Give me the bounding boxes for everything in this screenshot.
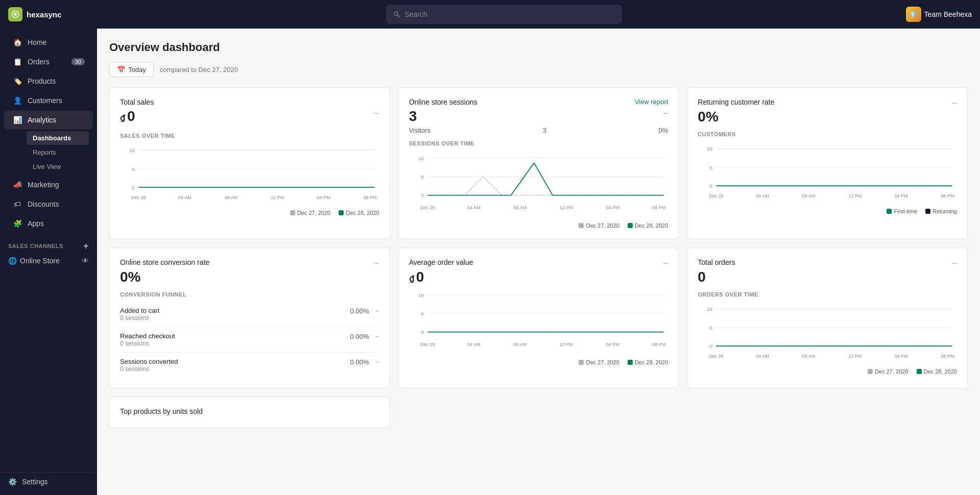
- sessions-chart-label: SESSIONS OVER TIME: [409, 140, 668, 146]
- discounts-icon: 🏷: [12, 199, 22, 209]
- total-orders-card: Total orders − 0 ORDERS OVER TIME 10 5 0: [687, 247, 968, 388]
- sidebar-item-discounts[interactable]: 🏷 Discounts: [4, 195, 93, 213]
- sidebar-item-analytics[interactable]: 📊 Analytics: [4, 111, 93, 129]
- svg-text:12 PM: 12 PM: [560, 342, 573, 347]
- search-input[interactable]: [404, 10, 615, 18]
- svg-text:5: 5: [710, 165, 713, 170]
- svg-text:04 AM: 04 AM: [467, 205, 481, 210]
- svg-text:12 PM: 12 PM: [848, 354, 862, 359]
- funnel-cart-pct: 0.00%: [350, 307, 369, 315]
- online-store-row: 🌐 Online Store 👁: [0, 253, 97, 269]
- funnel-cart-dash: −: [375, 307, 379, 315]
- svg-text:08 PM: 08 PM: [652, 205, 665, 210]
- reports-label: Reports: [33, 148, 56, 156]
- sessions-legend-dec28: Dec 28, 2020: [628, 222, 668, 229]
- total-sales-value: ₫ 0: [120, 108, 135, 125]
- funnel-converted-right: 0.00% −: [350, 358, 379, 366]
- returning-legend: First-time Returning: [698, 208, 957, 214]
- total-orders-value: 0: [698, 269, 957, 285]
- sidebar-item-customers[interactable]: 👤 Customers: [4, 91, 93, 110]
- online-store-eye-icon[interactable]: 👁: [82, 257, 89, 265]
- total-sales-svg: 10 5 0 Dec 28 04 AM 08 AM 12 PM 04 PM 0: [120, 143, 379, 204]
- sidebar-item-reports[interactable]: Reports: [27, 145, 89, 159]
- sidebar-item-orders[interactable]: 📋 Orders 30: [4, 53, 93, 71]
- today-button[interactable]: 📅 Today: [109, 62, 154, 77]
- sales-channels-section: SALES CHANNELS +: [0, 233, 97, 253]
- svg-text:10: 10: [129, 147, 135, 153]
- svg-text:0: 0: [710, 183, 713, 189]
- total-sales-minus: −: [374, 108, 379, 119]
- sidebar-item-apps[interactable]: 🧩 Apps: [4, 214, 93, 233]
- svg-text:5: 5: [710, 325, 713, 331]
- svg-text:10: 10: [418, 156, 424, 161]
- online-store-item[interactable]: 🌐 Online Store: [8, 257, 78, 265]
- analytics-icon: 📊: [12, 115, 22, 125]
- add-channel-button[interactable]: +: [83, 241, 89, 251]
- team-badge: 🛡️ Team Beehexa: [906, 7, 972, 22]
- sales-channels-label: SALES CHANNELS: [8, 243, 63, 249]
- returning-svg: 10 5 0 Dec 28 04 AM 08 AM 12 PM 04 PM 08…: [698, 141, 957, 203]
- funnel-converted-sub: 0 sessions: [120, 365, 178, 373]
- avg-order-card: Average order value − ₫ 0 10 5 0: [398, 247, 679, 388]
- total-sales-title: Total sales: [120, 98, 154, 106]
- sidebar-label-analytics: Analytics: [28, 116, 56, 124]
- total-sales-currency: ₫: [120, 113, 125, 123]
- sidebar-item-settings[interactable]: ⚙️ Settings: [0, 473, 97, 491]
- svg-text:04 PM: 04 PM: [895, 354, 908, 359]
- avg-order-header: Average order value −: [409, 258, 668, 269]
- total-sales-value-row: ₫ 0 −: [120, 108, 379, 127]
- sessions-chart: 10 5 0 Dec 28 04 AM 08 AM 12 PM 04 PM 08…: [409, 151, 668, 229]
- sessions-legend-dec27: Dec 27, 2020: [579, 222, 619, 229]
- total-orders-chart: 10 5 0 Dec 28 04 AM 08 AM 12 PM 04 PM 08…: [698, 302, 957, 375]
- orders-badge: 30: [71, 58, 85, 65]
- sidebar-item-products[interactable]: 🏷️ Products: [4, 72, 93, 90]
- svg-text:0: 0: [132, 185, 135, 190]
- total-orders-title: Total orders: [698, 258, 735, 266]
- svg-text:5: 5: [132, 166, 135, 172]
- online-store-icon: 🌐: [8, 257, 17, 265]
- sidebar-item-marketing[interactable]: 📣 Marketing: [4, 176, 93, 194]
- sessions-title: Online store sessions: [409, 98, 477, 106]
- sessions-header: Online store sessions View report: [409, 98, 668, 108]
- avg-order-title: Average order value: [409, 258, 473, 266]
- funnel-label: CONVERSION FUNNEL: [120, 291, 379, 298]
- svg-point-0: [14, 13, 16, 15]
- sessions-card: Online store sessions View report 3 − Vi…: [398, 87, 679, 239]
- svg-text:10: 10: [707, 306, 713, 312]
- returning-rate-card: Returning customer rate − 0% CUSTOMERS 1…: [687, 87, 968, 239]
- returning-title: Returning customer rate: [698, 98, 774, 106]
- svg-text:Dec 28: Dec 28: [709, 193, 724, 199]
- top-products-card: Top products by units sold: [109, 397, 390, 428]
- sidebar-footer: ⚙️ Settings: [0, 472, 97, 491]
- returning-minus: −: [951, 98, 957, 109]
- sidebar-item-home[interactable]: 🏠 Home: [4, 33, 93, 52]
- search-icon: [393, 11, 400, 18]
- top-products-header: Top products by units sold: [120, 407, 379, 417]
- avg-order-legend: Dec 27, 2020 Dec 28, 2020: [409, 359, 668, 365]
- sidebar-item-dashboards[interactable]: Dashboards: [27, 131, 89, 145]
- sidebar-item-live-view[interactable]: Live View: [27, 160, 89, 174]
- customers-icon: 👤: [12, 95, 22, 106]
- avg-legend-dec27: Dec 27, 2020: [579, 359, 619, 365]
- top-products-title: Top products by units sold: [120, 407, 203, 415]
- settings-label: Settings: [22, 478, 48, 486]
- sidebar-label-products: Products: [28, 77, 56, 85]
- svg-text:10: 10: [707, 146, 713, 152]
- svg-text:04 PM: 04 PM: [606, 342, 619, 347]
- topbar-right: 🛡️ Team Beehexa: [906, 7, 972, 22]
- total-sales-chart-label: SALES OVER TIME: [120, 133, 379, 139]
- svg-text:5: 5: [421, 311, 424, 316]
- view-report-link[interactable]: View report: [635, 98, 668, 106]
- funnel-checkout-label: Reached checkout: [120, 332, 175, 340]
- total-sales-chart: 10 5 0 Dec 28 04 AM 08 AM 12 PM 04 PM 0: [120, 143, 379, 216]
- svg-text:04 PM: 04 PM: [317, 195, 330, 200]
- svg-text:0: 0: [421, 192, 424, 198]
- search-bar[interactable]: [387, 5, 622, 23]
- online-store-label: Online Store: [20, 257, 60, 265]
- total-sales-header: Total sales: [120, 98, 379, 108]
- svg-text:08 AM: 08 AM: [225, 195, 238, 200]
- sidebar-label-orders: Orders: [28, 58, 50, 66]
- topbar: hexasync 🛡️ Team Beehexa: [0, 0, 980, 29]
- funnel-row-cart: Added to cart 0 sessions 0.00% −: [120, 302, 379, 327]
- returning-legend-first: First-time: [887, 208, 917, 214]
